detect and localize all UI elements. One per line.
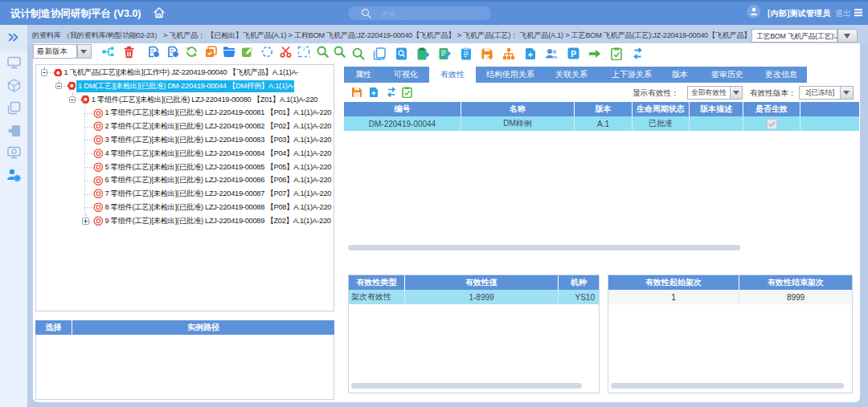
svg-text:1: 1 <box>303 47 305 51</box>
svg-text:2: 2 <box>309 54 310 58</box>
svg-text:P: P <box>571 50 576 59</box>
